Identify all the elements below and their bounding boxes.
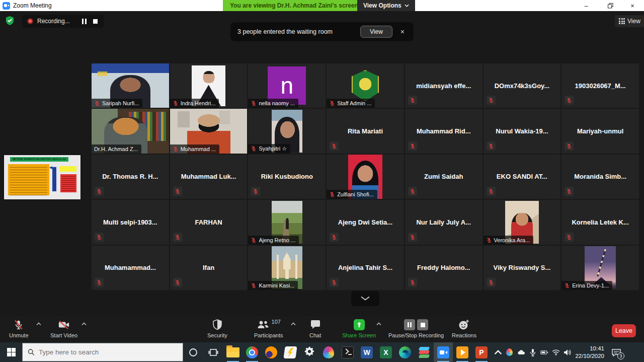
participant-tile[interactable]: Ajeng Dwi Setia... [327, 200, 404, 244]
taskbar-search[interactable] [22, 343, 183, 361]
participant-tile[interactable]: midiansyah effe... [405, 63, 482, 108]
stop-recording-button[interactable] [92, 18, 99, 25]
muted-mic-icon [410, 188, 416, 194]
participant-tile[interactable]: Muhammad Rid... [405, 109, 482, 153]
participant-label: Muhammad ... [170, 144, 219, 154]
participants-options-caret[interactable] [291, 322, 296, 326]
taskbar-app-word[interactable]: W [357, 342, 376, 362]
waiting-room-close-icon[interactable]: × [398, 28, 407, 36]
participant-name: nella naomy ... [259, 100, 295, 106]
security-button[interactable]: Security [207, 319, 227, 338]
taskbar-app-zoom[interactable] [434, 342, 453, 362]
participant-tile[interactable]: 1903026067_M... [561, 63, 639, 108]
participant-tile[interactable]: Riki Kusbudiono [248, 155, 326, 199]
collapse-gallery-button[interactable] [351, 291, 379, 306]
taskbar-app-media-player[interactable] [453, 342, 472, 362]
taskbar-app-file-explorer[interactable] [223, 342, 243, 362]
participant-tile[interactable]: Viky Riswandy S... [484, 246, 561, 290]
participant-tile[interactable]: Saripah Nurfi... [92, 63, 169, 108]
video-options-caret[interactable] [82, 322, 87, 326]
participant-tile[interactable]: Nur Laily July A... [405, 200, 482, 244]
participant-tile[interactable]: Dr.H. Achmad Z... [92, 109, 169, 153]
muted-mic-badge [487, 141, 496, 151]
share-screen-button[interactable]: Share Screen [342, 319, 376, 338]
participant-tile[interactable]: Freddy Halomo... [405, 246, 482, 290]
gallery-view-button[interactable]: View [615, 15, 644, 27]
leave-button[interactable]: Leave [612, 324, 636, 337]
muted-mic-icon [253, 188, 259, 194]
participant-tile[interactable]: Erina Devy-1... [561, 246, 639, 290]
pause-recording-icon[interactable] [404, 319, 415, 330]
participant-tile[interactable]: Moranida Simb... [561, 155, 639, 199]
reactions-button[interactable]: Reactions [452, 319, 476, 338]
participant-tile[interactable]: Veronika Ara... [484, 200, 561, 244]
wifi-tray-icon[interactable] [550, 342, 561, 362]
speaker-tray-icon[interactable] [561, 342, 573, 362]
meeting-security-shield-icon[interactable] [5, 16, 15, 26]
participant-tile[interactable]: Mariyah-unmul [561, 109, 639, 153]
taskbar-app-excel[interactable]: X [376, 342, 395, 362]
pause-stop-recording-button[interactable]: Pause/Stop Recording [388, 319, 444, 338]
waiting-room-view-button[interactable]: View [360, 26, 392, 38]
taskbar-app-settings[interactable] [300, 342, 319, 362]
participant-tile[interactable]: Muhammad ... [170, 109, 248, 153]
participant-tile[interactable]: nnella naomy ... [248, 63, 326, 108]
participant-tile[interactable]: Muhamammad... [92, 246, 169, 290]
chat-button[interactable]: Chat [309, 319, 321, 338]
participant-tile[interactable]: Ifan [170, 246, 248, 290]
pause-recording-button[interactable] [80, 18, 88, 25]
participant-tile[interactable]: FARHAN [170, 200, 248, 244]
unmute-options-caret[interactable] [36, 322, 41, 326]
participant-tile[interactable]: Syahpitri ☆ [248, 109, 326, 153]
participant-tile[interactable]: EKO SANDI AT... [484, 155, 561, 199]
taskbar-app-bluestacks[interactable] [415, 342, 434, 362]
taskbar-app-chrome[interactable] [243, 342, 262, 362]
unmute-button[interactable]: Unmute [9, 319, 29, 338]
taskbar-app-command-prompt[interactable] [338, 342, 357, 362]
search-input[interactable] [39, 348, 178, 356]
participant-tile[interactable]: Zumi Saidah [405, 155, 482, 199]
close-button[interactable]: × [621, 0, 644, 11]
taskbar-app-lightning-viewer[interactable] [281, 342, 300, 362]
participant-tile[interactable]: Ajeng Retno ... [248, 200, 326, 244]
participant-tile[interactable]: Multi selpi-1903... [92, 200, 169, 244]
taskbar-clock[interactable]: 10:41 22/10/2020 [573, 345, 606, 360]
minimize-button[interactable]: – [575, 0, 598, 11]
shared-screen-thumbnail[interactable]: METODE PENENTUAN SEKTOR UNGGULAN [4, 155, 80, 199]
taskbar-app-edge[interactable] [395, 342, 415, 362]
share-options-caret[interactable] [376, 322, 381, 326]
start-button[interactable] [0, 342, 22, 362]
restore-button[interactable] [599, 0, 622, 11]
action-center-button[interactable]: 3 [606, 342, 626, 362]
cortana-button[interactable] [183, 342, 203, 362]
muted-mic-icon [566, 234, 572, 240]
chevron-down-icon [405, 4, 409, 7]
microphone-tray-icon[interactable] [527, 342, 538, 362]
taskbar-app-powerpoint[interactable]: P [472, 342, 491, 362]
muted-mic-icon [251, 146, 257, 152]
tray-expand-caret[interactable] [492, 342, 504, 362]
participant-tile[interactable]: Rita Mariati [327, 109, 404, 153]
paint3d-tray-icon[interactable] [504, 342, 515, 362]
participant-tile[interactable]: Karmini Kasi... [248, 246, 326, 290]
start-video-button[interactable]: Start Video [50, 319, 77, 338]
participants-button[interactable]: 107 Participants [254, 319, 283, 338]
battery-tray-icon[interactable] [538, 342, 550, 362]
participant-tile[interactable]: Indra Hendri... [170, 63, 248, 108]
participant-tile[interactable]: Muhammad Luk... [170, 155, 248, 199]
participant-label: Veronika Ara... [484, 236, 534, 245]
participant-grid: Saripah Nurfi...Indra Hendri...nnella na… [92, 63, 639, 290]
participant-tile[interactable]: Kornelia Letek K... [561, 200, 639, 244]
participant-tile[interactable]: Staff Admin ... [327, 63, 404, 108]
taskbar-app-paint3d[interactable] [319, 342, 338, 362]
participant-tile[interactable]: Dr. Thomas R. H... [92, 155, 169, 199]
view-options-button[interactable]: View Options [357, 0, 415, 11]
participant-tile[interactable]: DOmx74k3sGoy... [484, 63, 561, 108]
taskbar-app-firefox[interactable] [262, 342, 281, 362]
stop-recording-icon[interactable] [417, 319, 428, 330]
participant-tile[interactable]: Anjelina Tahir S... [327, 246, 404, 290]
participant-tile[interactable]: Zulfiani Shofi... [327, 155, 404, 199]
onedrive-cloud-icon[interactable] [515, 342, 527, 362]
task-view-button[interactable] [203, 342, 223, 362]
participant-tile[interactable]: Nurul Wakia-19... [484, 109, 561, 153]
